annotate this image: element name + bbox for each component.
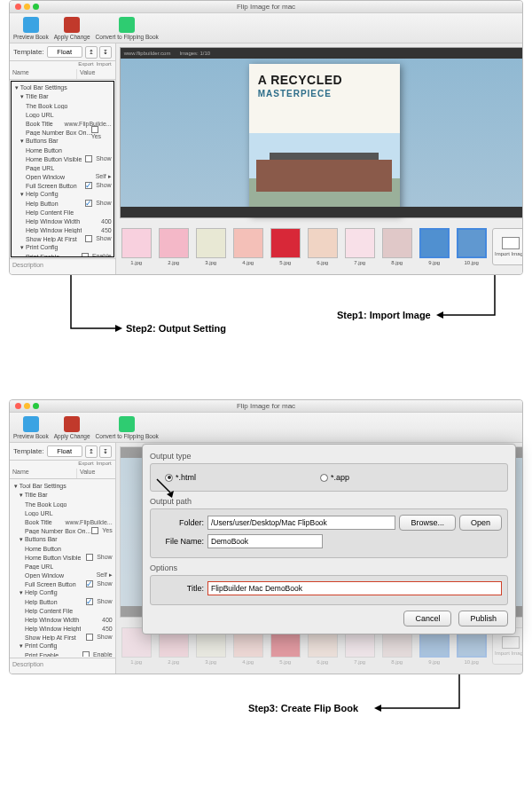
- setting-row[interactable]: Book Titlewww.FlipBuilde...: [11, 517, 114, 526]
- toolbar-button[interactable]: Convert to Flipping Book: [96, 416, 159, 439]
- setting-row[interactable]: ▾ Title Bar: [12, 92, 113, 101]
- thumbnail[interactable]: 6.jpg: [306, 228, 340, 265]
- settings-columns: NameValue: [10, 69, 115, 80]
- preview-controls[interactable]: [121, 207, 523, 217]
- template-label: Template:: [13, 48, 44, 56]
- thumbnail[interactable]: 2.jpg: [157, 228, 191, 265]
- setting-row[interactable]: Help Window Width400: [12, 217, 113, 225]
- setting-row[interactable]: ▾ Help Config: [12, 190, 113, 199]
- thumbnail[interactable]: 3.jpg: [194, 228, 228, 265]
- description-panel: Description: [10, 258, 115, 274]
- open-button[interactable]: Open: [459, 515, 502, 531]
- setting-row[interactable]: ▾ Buttons Bar: [11, 535, 114, 544]
- title-input[interactable]: [207, 581, 502, 595]
- titlebar: Flip Image for mac: [10, 400, 522, 413]
- window-title: Flip Image for mac: [10, 3, 522, 11]
- settings-tree[interactable]: ▾ Tool Bar Settings▾ Title BarThe Book L…: [11, 480, 114, 657]
- setting-row[interactable]: ▾ Tool Bar Settings: [12, 83, 113, 92]
- setting-row[interactable]: Open WindowSelf ▸: [12, 172, 113, 181]
- setting-row[interactable]: The Book Logo: [11, 500, 114, 508]
- import-image-button[interactable]: Import Image: [492, 228, 523, 265]
- titlebar: Flip Image for mac: [10, 1, 522, 13]
- thumbnail[interactable]: 1.jpg: [120, 228, 153, 265]
- setting-row[interactable]: Help Button Show: [11, 597, 114, 606]
- thumbnail[interactable]: 7.jpg: [343, 228, 377, 265]
- window-title: Flip Image for mac: [10, 402, 522, 410]
- setting-row[interactable]: The Book Logo: [12, 101, 113, 110]
- setting-row[interactable]: Help Window Height450: [12, 225, 113, 234]
- template-select[interactable]: Float: [47, 46, 82, 58]
- toolbar-button[interactable]: Convert to Flipping Book: [96, 17, 159, 40]
- book-title-line1: A RECYCLED: [258, 73, 391, 87]
- step1-label: Step1: Import Image: [337, 310, 431, 320]
- thumbnail[interactable]: 4.jpg: [231, 228, 265, 265]
- settings-sidebar: Template: Float ↥ ↧ Export Import NameVa…: [10, 43, 116, 274]
- setting-row[interactable]: Home Button: [11, 544, 114, 553]
- main-panel: www.flipbuilder.com Images: 1/10 A RECYC…: [116, 43, 523, 274]
- app-window: Flip Image for mac Preview BookApply Cha…: [9, 0, 523, 275]
- setting-row[interactable]: Home Button Visible Show: [11, 553, 114, 562]
- setting-row[interactable]: ▾ Print Config: [11, 642, 114, 650]
- setting-row[interactable]: Print Enable Enable: [11, 650, 114, 657]
- cancel-button[interactable]: Cancel: [403, 611, 451, 626]
- setting-row[interactable]: Home Button: [12, 146, 113, 154]
- setting-row[interactable]: Show Help At First Show: [12, 234, 113, 243]
- publish-dialog: Output type *.html *.app Output path Fol…: [142, 444, 516, 634]
- toolbar-button[interactable]: Apply Change: [54, 17, 90, 40]
- screenshot-step12: Flip Image for mac Preview BookApply Cha…: [9, 0, 523, 364]
- setting-row[interactable]: Help Content File: [12, 208, 113, 217]
- filename-input[interactable]: [207, 534, 323, 548]
- setting-row[interactable]: Page Number Box On... Yes: [12, 128, 113, 137]
- setting-row[interactable]: Logo URL: [11, 508, 114, 517]
- setting-row[interactable]: Full Screen Button Show: [11, 579, 114, 588]
- thumbnail-strip: 1.jpg2.jpg3.jpg4.jpg5.jpg6.jpg7.jpg8.jpg…: [120, 222, 523, 271]
- setting-row[interactable]: Logo URL: [12, 110, 113, 119]
- toolbar-button[interactable]: Apply Change: [54, 416, 90, 439]
- folder-input[interactable]: [207, 516, 395, 530]
- publish-button[interactable]: Publish: [458, 611, 508, 626]
- main-toolbar: Preview BookApply ChangeConvert to Flipp…: [10, 413, 522, 443]
- template-export-button[interactable]: ↥: [85, 445, 98, 458]
- thumbnail[interactable]: 10.jpg: [455, 228, 489, 265]
- radio-app[interactable]: *.app: [320, 473, 349, 482]
- template-export-button[interactable]: ↥: [85, 46, 98, 59]
- thumbnail[interactable]: 8.jpg: [380, 228, 414, 265]
- svg-marker-1: [436, 311, 443, 319]
- template-import-button[interactable]: ↧: [99, 46, 112, 59]
- setting-row[interactable]: ▾ Help Config: [11, 588, 114, 597]
- setting-row[interactable]: Page Number Box On... Yes: [11, 526, 114, 535]
- book-cover: A RECYCLED MASTERPIECE: [249, 64, 400, 215]
- setting-row[interactable]: ▾ Title Bar: [11, 491, 114, 500]
- setting-row[interactable]: Page URL: [11, 562, 114, 571]
- setting-row[interactable]: Show Help At First Show: [11, 633, 114, 642]
- thumbnail[interactable]: 5.jpg: [269, 228, 302, 265]
- setting-row[interactable]: Open WindowSelf ▸: [11, 571, 114, 579]
- settings-tree[interactable]: ▾ Tool Bar Settings▾ Title BarThe Book L…: [11, 81, 114, 257]
- output-path-label: Output path: [150, 497, 508, 506]
- setting-row[interactable]: Page URL: [12, 163, 113, 172]
- thumbnail[interactable]: 9.jpg: [418, 228, 451, 265]
- toolbar-button[interactable]: Preview Book: [13, 17, 49, 40]
- setting-row[interactable]: ▾ Tool Bar Settings: [11, 482, 114, 491]
- app-window: Flip Image for mac Preview BookApply Cha…: [9, 399, 523, 674]
- flipbook-preview[interactable]: www.flipbuilder.com Images: 1/10 A RECYC…: [120, 47, 523, 218]
- main-toolbar: Preview BookApply ChangeConvert to Flipp…: [10, 13, 522, 43]
- setting-row[interactable]: Help Content File: [11, 606, 114, 615]
- setting-row[interactable]: Full Screen Button Show: [12, 181, 113, 190]
- setting-row[interactable]: Home Button Visible Show: [12, 154, 113, 163]
- template-select[interactable]: Float: [47, 445, 82, 457]
- setting-row[interactable]: Help Button Show: [12, 199, 113, 208]
- template-import-button[interactable]: ↧: [99, 445, 112, 458]
- setting-row[interactable]: ▾ Print Config: [12, 243, 113, 252]
- step3-label: Step3: Create Flip Book: [248, 703, 358, 713]
- toolbar-button[interactable]: Preview Book: [13, 416, 49, 439]
- settings-sidebar: Template: Float ↥ ↧ Export Import NameVa…: [10, 443, 116, 674]
- setting-row[interactable]: Help Window Height450: [11, 624, 114, 633]
- browse-button[interactable]: Browse...: [399, 515, 456, 531]
- screenshot-step3: Flip Image for mac Preview BookApply Cha…: [9, 399, 523, 737]
- template-row: Template: Float ↥ ↧: [10, 43, 115, 61]
- setting-row[interactable]: Print Enable Enable: [12, 252, 113, 257]
- step2-label: Step2: Output Setting: [126, 323, 226, 334]
- setting-row[interactable]: Help Window Width400: [11, 615, 114, 624]
- options-label: Options: [150, 563, 508, 572]
